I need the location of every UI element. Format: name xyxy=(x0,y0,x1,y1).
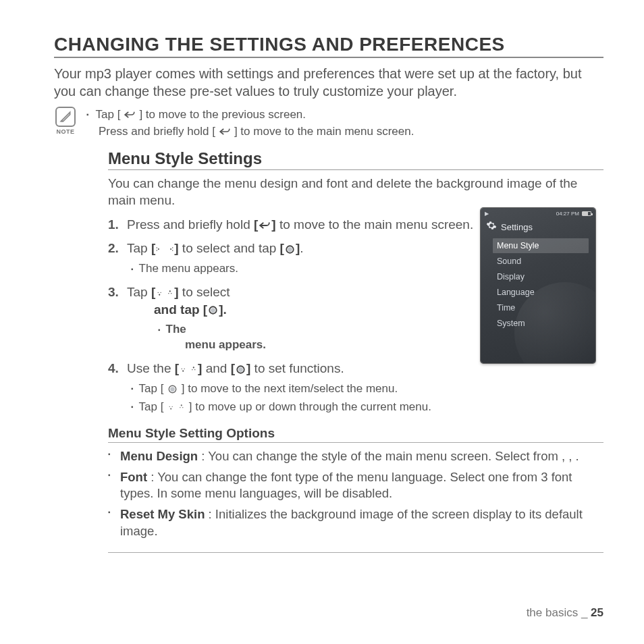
option-item: Reset My Skin : Initializes the backgrou… xyxy=(108,506,603,540)
ud-icon xyxy=(180,365,197,374)
ud-icon xyxy=(156,288,173,298)
step-item: 4.Use the [] and [] to set functions.Tap… xyxy=(108,360,486,415)
device-menu-item: Sound xyxy=(493,254,589,269)
step-item: 3.Tap [] to select and tap [].The menu a… xyxy=(108,284,486,353)
back-icon xyxy=(219,127,231,136)
svg-point-9 xyxy=(158,292,159,292)
svg-point-29 xyxy=(181,404,182,406)
svg-point-30 xyxy=(180,407,180,408)
device-menu-item: Language xyxy=(493,285,589,300)
gear-icon xyxy=(486,220,497,234)
battery-icon xyxy=(582,211,591,216)
svg-point-17 xyxy=(182,369,182,369)
svg-point-20 xyxy=(192,369,192,370)
note-line2-post: ] to move to the main menu screen. xyxy=(234,124,414,140)
back-icon xyxy=(124,110,136,119)
svg-point-7 xyxy=(288,247,292,252)
note-line1-pre: Tap [ xyxy=(96,107,121,124)
circle-icon xyxy=(167,384,178,394)
svg-point-26 xyxy=(170,408,171,410)
device-menu-list: Menu StyleSoundDisplayLanguageTimeSystem xyxy=(481,238,595,331)
step-sub-item: The menu appears. xyxy=(158,322,486,353)
svg-point-4 xyxy=(172,248,173,248)
svg-point-19 xyxy=(193,367,194,368)
svg-point-1 xyxy=(157,248,157,248)
step-item: 1.Press and briefly hold [] to move to t… xyxy=(108,216,486,234)
device-title: Settings xyxy=(501,222,533,232)
device-menu-item: Time xyxy=(493,300,589,315)
note-block: NOTE ▪ Tap [ ] to move to the previous s… xyxy=(54,107,603,140)
page-footer: the basics _ 25 xyxy=(527,606,603,620)
footer-text: the basics _ xyxy=(527,606,591,619)
svg-point-8 xyxy=(159,294,160,295)
step-sub-item: Tap [ ] to move up or down through the c… xyxy=(131,400,486,415)
device-menu-item: Menu Style xyxy=(493,238,589,253)
svg-point-31 xyxy=(182,407,183,408)
option-item: Menu Design : You can change the style o… xyxy=(108,448,603,465)
note-label: NOTE xyxy=(56,128,74,135)
svg-point-23 xyxy=(238,367,243,372)
step-item: 2.Tap [] to select and tap [].The menu a… xyxy=(108,240,486,277)
device-screenshot: ▶ 04:27 PM Settings Menu StyleSoundDispl… xyxy=(481,208,595,363)
svg-point-13 xyxy=(171,293,171,294)
step-sub-item: Tap [ ] to move to the next item/select … xyxy=(131,381,486,397)
note-icon xyxy=(55,107,76,127)
back-icon xyxy=(259,221,271,230)
svg-point-3 xyxy=(170,248,171,250)
step-sub-item: The menu appears. xyxy=(131,261,486,277)
section-intro: You can change the menu design and font … xyxy=(108,176,603,209)
svg-point-15 xyxy=(211,308,215,313)
intro-paragraph: Your mp3 player comes with settings and … xyxy=(54,65,603,100)
svg-point-21 xyxy=(194,369,195,370)
note-line1-post: ] to move to the previous screen. xyxy=(139,107,306,124)
svg-point-5 xyxy=(172,250,173,251)
svg-point-16 xyxy=(182,371,184,372)
section-title: Menu Style Settings xyxy=(108,149,603,170)
device-time: 04:27 PM xyxy=(556,211,579,217)
options-title: Menu Style Setting Options xyxy=(108,426,603,443)
svg-point-10 xyxy=(161,292,161,292)
option-item: Font : You can change the font type of t… xyxy=(108,469,603,503)
steps-list: 1.Press and briefly hold [] to move to t… xyxy=(108,216,486,415)
svg-point-2 xyxy=(157,250,157,251)
svg-point-12 xyxy=(168,293,169,294)
device-menu-item: System xyxy=(493,316,589,331)
svg-point-11 xyxy=(169,290,171,292)
svg-point-18 xyxy=(184,369,185,369)
svg-point-0 xyxy=(158,248,159,250)
circle-icon xyxy=(208,305,218,315)
play-indicator-icon: ▶ xyxy=(485,211,489,217)
lr-icon xyxy=(156,244,173,254)
page-number: 25 xyxy=(591,606,603,619)
note-line2-pre: Press and briefly hold [ xyxy=(99,124,215,140)
circle-icon xyxy=(236,365,246,375)
device-menu-item: Display xyxy=(493,269,589,284)
svg-point-28 xyxy=(172,406,173,407)
page-title: CHANGING THE SETTINGS AND PREFERENCES xyxy=(54,34,603,58)
ud-icon xyxy=(167,402,185,412)
options-list: Menu Design : You can change the style o… xyxy=(108,448,603,554)
svg-point-25 xyxy=(170,387,175,392)
svg-point-27 xyxy=(169,406,170,407)
circle-icon xyxy=(285,244,295,254)
